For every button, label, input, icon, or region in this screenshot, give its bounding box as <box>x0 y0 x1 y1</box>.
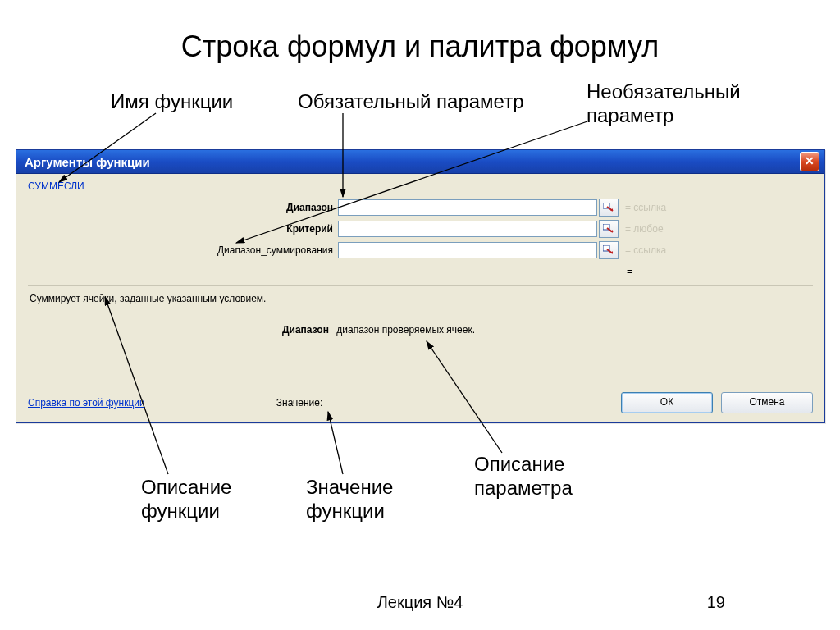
collapse-dialog-button[interactable] <box>599 220 619 238</box>
param-result: = любое <box>625 223 664 235</box>
ok-button[interactable]: ОК <box>621 392 713 413</box>
param-label: Диапазон_суммирования <box>28 244 338 256</box>
annotation-param-desc: Описание параметра <box>474 453 573 500</box>
param-result: = ссылка <box>625 244 666 256</box>
value-label: Значение: <box>276 397 323 409</box>
collapse-dialog-button[interactable] <box>599 199 619 217</box>
cancel-button[interactable]: Отмена <box>721 392 813 413</box>
footer-page-number: 19 <box>707 593 725 612</box>
annotation-func-value: Значение функции <box>306 476 393 523</box>
annotation-optional-param: Необязательный параметр <box>587 80 741 128</box>
param-input-range[interactable] <box>338 199 597 216</box>
close-icon: ✕ <box>805 154 815 167</box>
param-row-range: Диапазон = ссылка <box>28 199 813 217</box>
annotation-func-name: Имя функции <box>111 90 233 114</box>
function-name: СУММЕСЛИ <box>28 180 813 192</box>
param-help: Диапазон диапазон проверяемых ячеек. <box>282 324 813 336</box>
annotation-required-param: Обязательный параметр <box>298 90 524 114</box>
function-description: Суммирует ячейки, заданные указанным усл… <box>30 293 813 304</box>
refedit-icon <box>603 203 614 212</box>
divider <box>28 285 813 286</box>
refedit-icon <box>603 245 614 255</box>
param-help-name: Диапазон <box>282 324 329 336</box>
annotation-func-desc: Описание функции <box>141 476 231 523</box>
formula-result-eq: = <box>28 266 813 277</box>
dialog-title: Аргументы функции <box>25 155 800 169</box>
param-label: Критерий <box>28 223 338 235</box>
param-label: Диапазон <box>28 202 338 213</box>
slide-title: Строка формул и палитра формул <box>0 30 840 64</box>
param-row-criteria: Критерий = любое <box>28 220 813 238</box>
collapse-dialog-button[interactable] <box>599 241 619 259</box>
refedit-icon <box>603 224 614 234</box>
dialog-titlebar[interactable]: Аргументы функции ✕ <box>16 150 824 174</box>
param-input-sumrange[interactable] <box>338 242 597 258</box>
param-help-text: диапазон проверяемых ячеек. <box>336 324 475 336</box>
param-input-criteria[interactable] <box>338 221 597 237</box>
param-result: = ссылка <box>625 202 666 213</box>
param-row-sumrange: Диапазон_суммирования = ссылка <box>28 241 813 259</box>
help-link[interactable]: Справка по этой функции <box>28 397 145 409</box>
close-button[interactable]: ✕ <box>800 152 819 171</box>
function-arguments-dialog: Аргументы функции ✕ СУММЕСЛИ Диапазон = … <box>16 149 825 423</box>
